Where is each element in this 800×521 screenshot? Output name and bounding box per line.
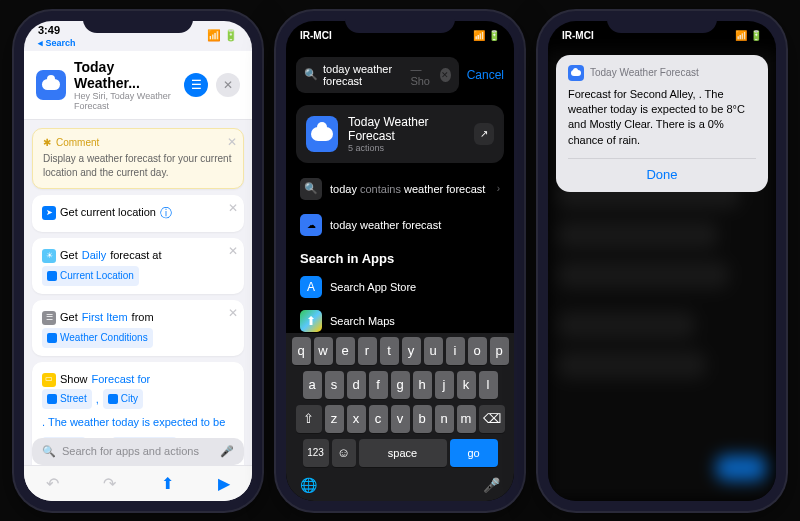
back-link[interactable]: ◂ Search — [38, 38, 76, 48]
close-button[interactable]: ✕ — [216, 73, 240, 97]
shortcut-subtitle: Hey Siri, Today Weather Forecast — [74, 91, 176, 111]
space-key[interactable]: space — [359, 439, 447, 467]
token-weather[interactable]: Weather Conditions — [42, 328, 153, 348]
phone-spotlight: IR-MCI 📶 🔋 🔍 today weather forecast — Sh… — [276, 11, 524, 511]
done-button[interactable]: Done — [568, 158, 756, 182]
remove-action-button[interactable]: ✕ — [227, 135, 237, 149]
cancel-button[interactable]: Cancel — [467, 68, 504, 82]
location-icon: ➤ — [42, 206, 56, 220]
key-s[interactable]: s — [325, 371, 344, 399]
key-p[interactable]: p — [490, 337, 509, 365]
key-q[interactable]: q — [292, 337, 311, 365]
undo-button[interactable]: ↶ — [46, 474, 59, 493]
key-i[interactable]: i — [446, 337, 465, 365]
list-action[interactable]: ☰ Get First Item from Weather Conditions… — [32, 300, 244, 356]
emoji-key[interactable]: ☺ — [332, 439, 356, 467]
phone-shortcuts-editor: 3:49 ◂ Search 📶 🔋 Today Weather... Hey S… — [14, 11, 262, 511]
key-a[interactable]: a — [303, 371, 322, 399]
keyboard: qwertyuiop asdfghjkl ⇧ zxcvbnm ⌫ 123 ☺ s… — [286, 333, 514, 501]
suggestion-row[interactable]: ☁ today weather forecast — [296, 207, 504, 243]
shortcut-title: Today Weather... — [74, 59, 176, 91]
list-icon: ☰ — [42, 311, 56, 325]
action-search[interactable]: 🔍 Search for apps and actions 🎤 — [32, 438, 244, 465]
token-location[interactable]: Current Location — [42, 266, 139, 286]
notch — [607, 11, 717, 33]
run-button[interactable]: ▶ — [218, 474, 230, 493]
weather-icon: ☀ — [42, 249, 56, 263]
remove-action-button[interactable]: ✕ — [228, 244, 238, 258]
shortcut-icon — [568, 65, 584, 81]
maps-icon: ⬆ — [300, 310, 322, 332]
open-button[interactable]: ↗ — [474, 123, 494, 145]
dictation-key[interactable]: 🎤 — [483, 477, 500, 493]
param-first[interactable]: First Item — [82, 308, 128, 328]
toolbar: ↶ ↷ ⬆ ▶ — [24, 465, 252, 501]
key-g[interactable]: g — [391, 371, 410, 399]
token-city[interactable]: City — [103, 389, 143, 409]
param-daily[interactable]: Daily — [82, 246, 106, 266]
key-b[interactable]: b — [413, 405, 432, 433]
redo-button[interactable]: ↷ — [103, 474, 116, 493]
share-button[interactable]: ⬆ — [161, 474, 174, 493]
notch — [345, 11, 455, 33]
key-y[interactable]: y — [402, 337, 421, 365]
key-z[interactable]: z — [325, 405, 344, 433]
top-hit[interactable]: Today Weather Forecast 5 actions ↗ — [296, 105, 504, 163]
key-h[interactable]: h — [413, 371, 432, 399]
section-header: Search in Apps — [296, 243, 504, 270]
location-action[interactable]: ➤ Get current location ⓘ ✕ — [32, 195, 244, 233]
key-m[interactable]: m — [457, 405, 476, 433]
key-x[interactable]: x — [347, 405, 366, 433]
search-app-store[interactable]: A Search App Store — [296, 270, 504, 304]
time: 3:49 — [38, 24, 60, 36]
shortcut-icon — [36, 70, 66, 100]
shortcut-icon — [306, 116, 338, 152]
weather-action[interactable]: ☀ Get Daily forecast at Current Location… — [32, 238, 244, 294]
spotlight-search-field[interactable]: 🔍 today weather forecast — Sho ✕ — [296, 57, 459, 93]
key-l[interactable]: l — [479, 371, 498, 399]
shortcut-icon: ☁ — [300, 214, 322, 236]
numbers-key[interactable]: 123 — [303, 439, 329, 467]
comment-action[interactable]: ✱Comment Display a weather forecast for … — [32, 128, 244, 189]
key-e[interactable]: e — [336, 337, 355, 365]
chevron-right-icon: › — [497, 183, 500, 194]
backspace-key[interactable]: ⌫ — [479, 405, 505, 433]
key-w[interactable]: w — [314, 337, 333, 365]
key-t[interactable]: t — [380, 337, 399, 365]
search-icon: 🔍 — [300, 178, 322, 200]
key-j[interactable]: j — [435, 371, 454, 399]
key-n[interactable]: n — [435, 405, 454, 433]
notch — [83, 11, 193, 33]
disclosure-icon[interactable]: ⓘ — [160, 203, 172, 225]
clear-button[interactable]: ✕ — [440, 68, 450, 82]
remove-action-button[interactable]: ✕ — [228, 306, 238, 320]
phone-notification: IR-MCI 📶 🔋 Today Weather Forecast Foreca… — [538, 11, 786, 511]
key-v[interactable]: v — [391, 405, 410, 433]
status-icons: 📶 🔋 — [207, 29, 238, 42]
token-street[interactable]: Street — [42, 389, 92, 409]
show-icon: ▭ — [42, 373, 56, 387]
notification-body: Forecast for Second Alley, . The weather… — [568, 87, 756, 149]
shortcut-header: Today Weather... Hey Siri, Today Weather… — [24, 51, 252, 120]
settings-button[interactable]: ☰ — [184, 73, 208, 97]
globe-key[interactable]: 🌐 — [300, 477, 317, 493]
go-key[interactable]: go — [450, 439, 498, 467]
key-o[interactable]: o — [468, 337, 487, 365]
key-f[interactable]: f — [369, 371, 388, 399]
status-icons: 📶 🔋 — [735, 30, 762, 41]
key-k[interactable]: k — [457, 371, 476, 399]
notification-title: Today Weather Forecast — [590, 67, 699, 78]
search-icon: 🔍 — [304, 68, 318, 81]
suggestion-row[interactable]: 🔍 today contains weather forecast › — [296, 171, 504, 207]
key-c[interactable]: c — [369, 405, 388, 433]
comment-body: Display a weather forecast for your curr… — [43, 152, 233, 180]
mic-icon[interactable]: 🎤 — [220, 445, 234, 458]
key-d[interactable]: d — [347, 371, 366, 399]
shift-key[interactable]: ⇧ — [296, 405, 322, 433]
comment-icon: ✱ — [43, 137, 51, 148]
key-r[interactable]: r — [358, 337, 377, 365]
key-u[interactable]: u — [424, 337, 443, 365]
search-icon: 🔍 — [42, 445, 56, 458]
remove-action-button[interactable]: ✕ — [228, 201, 238, 215]
app-store-icon: A — [300, 276, 322, 298]
